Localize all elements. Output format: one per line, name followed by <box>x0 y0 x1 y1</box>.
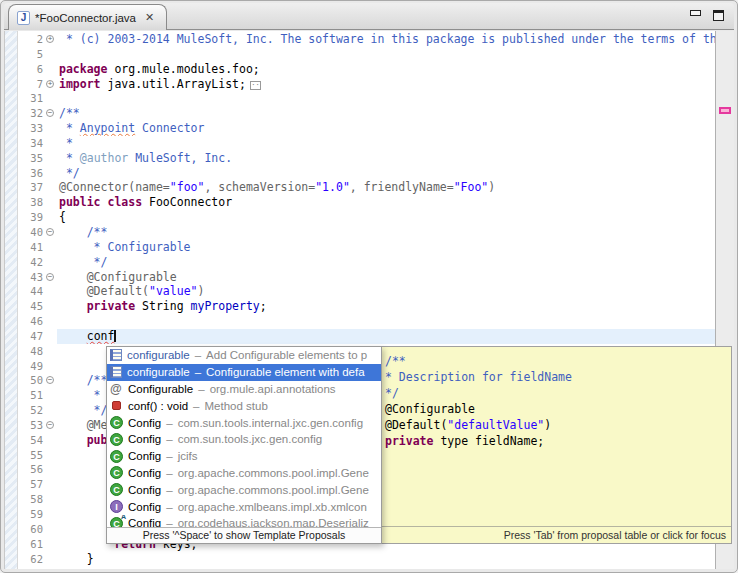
line-number[interactable]: 2 <box>18 32 45 47</box>
line-number[interactable]: 31 <box>18 91 45 106</box>
code-line-text[interactable]: private String myProperty; <box>57 299 715 314</box>
proposal-item[interactable]: CConfig – org.apache.commons.pool.impl.G… <box>107 481 381 498</box>
tab-close-icon[interactable]: ✕ <box>145 11 154 24</box>
proposal-item[interactable]: configurable – Configurable element with… <box>107 364 381 381</box>
fold-collapse-icon[interactable]: − <box>46 421 54 429</box>
code-line[interactable]: ✕47 conf <box>18 329 715 344</box>
line-number[interactable]: 52 <box>18 403 45 418</box>
proposal-item[interactable]: IConfig – org.apache.xmlbeans.impl.xb.xm… <box>107 498 381 515</box>
code-line-text[interactable]: */ <box>57 255 715 270</box>
code-line-text[interactable]: } <box>57 552 715 567</box>
minimize-icon[interactable] <box>690 10 701 16</box>
code-line-text[interactable]: * <box>57 136 715 151</box>
code-line[interactable]: 31 <box>18 91 715 106</box>
line-number[interactable]: 61 <box>18 537 45 552</box>
line-number[interactable]: 56 <box>18 462 45 477</box>
code-line-text[interactable]: * @author MuleSoft, Inc. <box>57 151 715 166</box>
line-number[interactable]: 58 <box>18 492 45 507</box>
line-number[interactable]: 50 <box>18 373 45 388</box>
code-line[interactable]: 46 <box>18 314 715 329</box>
code-line[interactable]: 42 */ <box>18 255 715 270</box>
code-line[interactable]: 41 * Configurable <box>18 240 715 255</box>
code-line-text[interactable]: * Anypoint Connector <box>57 121 715 136</box>
code-line[interactable]: 36 */ <box>18 166 715 181</box>
line-number[interactable]: 40 <box>18 225 45 240</box>
code-line[interactable]: 39{ <box>18 210 715 225</box>
line-number[interactable]: 48 <box>18 344 45 359</box>
code-line-text[interactable]: package org.mule.modules.foo; <box>57 62 715 77</box>
code-line[interactable]: 40− /** <box>18 225 715 240</box>
line-number[interactable]: 60 <box>18 522 45 537</box>
code-line-text[interactable]: conf <box>57 329 715 344</box>
line-number[interactable]: 7 <box>18 77 45 92</box>
maximize-icon[interactable] <box>713 10 724 21</box>
line-number[interactable]: 46 <box>18 314 45 329</box>
code-line-text[interactable]: @Configurable <box>57 270 715 285</box>
code-line[interactable]: 32−/** <box>18 106 715 121</box>
line-number[interactable]: 41 <box>18 240 45 255</box>
proposal-item[interactable]: CConfig – org.apache.commons.pool.impl.G… <box>107 465 381 482</box>
code-line[interactable]: 45 private String myProperty; <box>18 299 715 314</box>
line-number[interactable]: 39 <box>18 210 45 225</box>
line-number[interactable]: 62 <box>18 552 45 567</box>
code-line-text[interactable]: * (c) 2003-2014 MuleSoft, Inc. The softw… <box>57 32 715 47</box>
line-number[interactable]: 32 <box>18 106 45 121</box>
line-number[interactable]: 45 <box>18 299 45 314</box>
proposal-item[interactable]: CConfig – com.sun.tools.internal.jxc.gen… <box>107 414 381 431</box>
line-number[interactable]: 51 <box>18 388 45 403</box>
code-line-text[interactable]: @Connector(name="foo", schemaVersion="1.… <box>57 180 715 195</box>
code-line-text[interactable] <box>57 314 715 329</box>
line-number[interactable]: 57 <box>18 477 45 492</box>
proposal-list[interactable]: configurable – Add Configurable elements… <box>107 347 381 527</box>
line-number[interactable]: 37 <box>18 180 45 195</box>
line-number[interactable]: 59 <box>18 507 45 522</box>
code-line[interactable]: 37@Connector(name="foo", schemaVersion="… <box>18 180 715 195</box>
line-number[interactable]: 55 <box>18 448 45 463</box>
code-line[interactable]: 44 @Default("value") <box>18 284 715 299</box>
line-number[interactable]: 35 <box>18 151 45 166</box>
line-number[interactable]: 5 <box>18 47 45 62</box>
code-line-text[interactable]: { <box>57 210 715 225</box>
line-number[interactable]: 36 <box>18 166 45 181</box>
fold-collapse-icon[interactable]: − <box>46 109 54 117</box>
line-number[interactable]: 54 <box>18 433 45 448</box>
code-line-text[interactable] <box>57 91 715 106</box>
proposal-item[interactable]: @Configurable – org.mule.api.annotations <box>107 381 381 398</box>
line-number[interactable]: 53 <box>18 418 45 433</box>
proposal-item[interactable]: conf() : void – Method stub <box>107 397 381 414</box>
line-number[interactable]: 33 <box>18 121 45 136</box>
line-number[interactable]: 47 <box>18 329 45 344</box>
fold-collapse-icon[interactable]: − <box>46 228 54 236</box>
line-number[interactable]: 6 <box>18 62 45 77</box>
proposal-item[interactable]: CAConfig – org.codehaus.jackson.map.Dese… <box>107 515 381 527</box>
code-line[interactable]: 33 * Anypoint Connector <box>18 121 715 136</box>
line-number[interactable]: 49 <box>18 359 45 374</box>
code-line[interactable]: 62 } <box>18 552 715 567</box>
code-line-text[interactable]: @Default("value") <box>57 284 715 299</box>
annotation-ruler[interactable] <box>5 31 18 569</box>
tab-fooconnector[interactable]: J *FooConnector.java ✕ <box>8 4 167 30</box>
code-line[interactable]: 43− @Configurable <box>18 270 715 285</box>
code-line-text[interactable]: * Configurable <box>57 240 715 255</box>
code-line[interactable]: 34 * <box>18 136 715 151</box>
fold-collapse-icon[interactable]: − <box>46 273 54 281</box>
proposal-item[interactable]: configurable – Add Configurable elements… <box>107 347 381 364</box>
proposal-item[interactable]: CConfig – com.sun.tools.jxc.gen.config <box>107 431 381 448</box>
code-line[interactable]: 2+ * (c) 2003-2014 MuleSoft, Inc. The so… <box>18 32 715 47</box>
code-line-text[interactable] <box>57 47 715 62</box>
code-line[interactable]: 6package org.mule.modules.foo; <box>18 62 715 77</box>
fold-expand-icon[interactable]: + <box>46 80 54 88</box>
line-number[interactable]: 43 <box>18 270 45 285</box>
code-line[interactable]: 38public class FooConnector <box>18 195 715 210</box>
line-number[interactable]: 34 <box>18 136 45 151</box>
code-line-text[interactable]: /** <box>57 106 715 121</box>
code-line-text[interactable]: /** <box>57 225 715 240</box>
fold-expand-icon[interactable]: + <box>46 35 54 43</box>
code-line[interactable]: 35 * @author MuleSoft, Inc. <box>18 151 715 166</box>
code-line[interactable]: 5 <box>18 47 715 62</box>
line-number[interactable]: 42 <box>18 255 45 270</box>
line-number[interactable]: 38 <box>18 195 45 210</box>
code-line-text[interactable]: import java.util.ArrayList;·· <box>57 77 715 92</box>
line-number[interactable]: 44 <box>18 284 45 299</box>
overview-occurrence-marker[interactable] <box>719 107 731 114</box>
